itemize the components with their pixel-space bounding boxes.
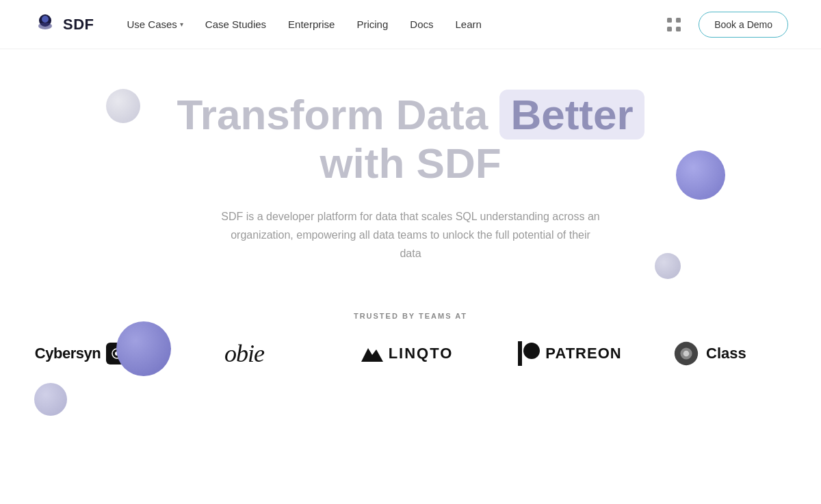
hero-title-highlight: Better — [499, 90, 644, 140]
logos-row: Cybersyn obie LINQTO — [0, 339, 821, 368]
trusted-label: TRUSTED BY TEAMS AT — [354, 312, 467, 320]
svg-rect-6 — [676, 27, 681, 31]
cybersyn-icon — [106, 343, 128, 364]
svg-point-8 — [115, 352, 119, 356]
nav-pricing[interactable]: Pricing — [356, 18, 388, 30]
class-icon — [672, 341, 701, 366]
logo[interactable]: SDF — [33, 12, 94, 37]
svg-marker-9 — [361, 348, 383, 362]
svg-point-1 — [38, 23, 52, 29]
svg-rect-4 — [676, 18, 681, 23]
book-demo-button[interactable]: Book a Demo — [699, 12, 788, 38]
logo-linqto: LINQTO — [326, 341, 488, 366]
svg-point-10 — [523, 343, 540, 359]
nav-right: Book a Demo — [663, 12, 788, 38]
logo-class: Class — [651, 341, 821, 366]
logo-patreon: PATREON — [488, 341, 651, 366]
logo-icon — [33, 12, 57, 37]
svg-point-14 — [683, 351, 690, 357]
svg-point-2 — [42, 16, 49, 23]
chevron-down-icon: ▾ — [180, 21, 183, 28]
svg-rect-3 — [667, 18, 672, 23]
nav-use-cases[interactable]: Use Cases ▾ — [127, 18, 183, 30]
svg-rect-5 — [667, 27, 672, 31]
nav-case-studies[interactable]: Case Studies — [205, 18, 266, 30]
main-nav: SDF Use Cases ▾ Case Studies Enterprise … — [0, 0, 821, 49]
linqto-mountain-icon — [361, 341, 383, 366]
nav-learn[interactable]: Learn — [456, 18, 482, 30]
trusted-section: TRUSTED BY TEAMS AT Cybersyn obie — [0, 290, 821, 368]
hero-title: Transform Data Better with SDF — [177, 90, 644, 188]
slack-icon[interactable] — [663, 14, 685, 36]
nav-docs[interactable]: Docs — [410, 18, 433, 30]
logo-text: SDF — [63, 16, 94, 34]
decorative-sphere-bottom-left — [34, 383, 67, 416]
hero-title-part2: with SDF — [320, 140, 501, 187]
logo-cybersyn: Cybersyn — [0, 343, 163, 364]
nav-links: Use Cases ▾ Case Studies Enterprise Pric… — [127, 18, 664, 30]
hero-section: Transform Data Better with SDF SDF is a … — [0, 49, 821, 290]
logo-obie: obie — [163, 339, 326, 368]
hero-title-part1: Transform Data — [177, 91, 499, 138]
nav-enterprise[interactable]: Enterprise — [288, 18, 335, 30]
hero-subtitle: SDF is a developer platform for data tha… — [219, 207, 602, 263]
patreon-icon — [518, 341, 540, 366]
svg-rect-11 — [518, 341, 522, 366]
